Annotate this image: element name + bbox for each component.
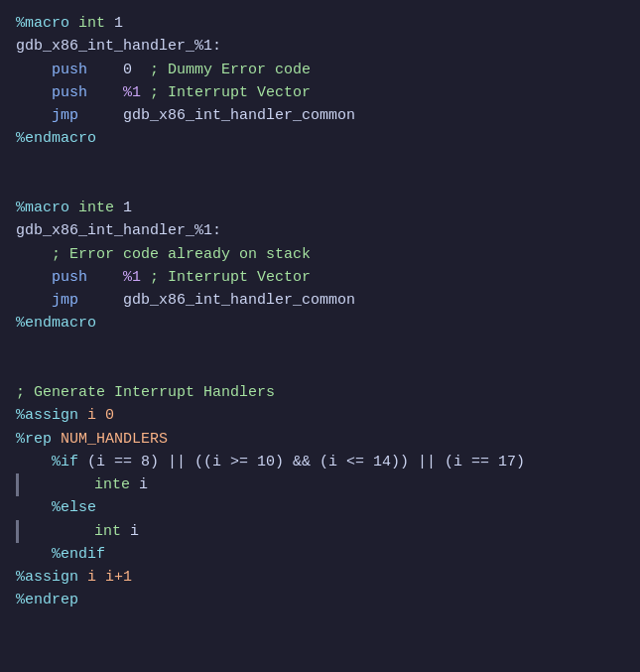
line-content: int i [23,520,139,543]
code-line: push %1 ; Interrupt Vector [16,266,624,289]
line-content: gdb_x86_int_handler_%1: [16,219,221,242]
code-line: %else [16,496,624,519]
code-line: int i [16,520,624,543]
code-line [16,358,624,381]
code-line: gdb_x86_int_handler_%1: [16,219,624,242]
line-content: %endrep [16,589,78,611]
code-editor: %macro int 1gdb_x86_int_handler_%1: push… [16,12,624,612]
line-content: %endmacro [16,312,96,335]
code-line: %if (i == 8) || ((i >= 10) && (i <= 14))… [16,451,624,473]
code-line: %macro inte 1 [16,197,624,219]
code-line: %rep NUM_HANDLERS [16,428,624,451]
line-content: %assign i 0 [16,404,114,427]
code-line: ; Error code already on stack [16,243,624,266]
line-content: push %1 ; Interrupt Vector [16,266,311,289]
line-content: gdb_x86_int_handler_%1: [16,35,221,58]
indent-bar [16,520,19,543]
line-content: jmp gdb_x86_int_handler_common [16,289,355,312]
line-content: %endif [16,543,105,566]
line-content: push 0 ; Dummy Error code [16,59,311,81]
code-line: %endif [16,543,624,566]
line-content: %macro inte 1 [16,197,132,219]
code-line: gdb_x86_int_handler_%1: [16,35,624,58]
line-content: inte i [23,473,148,496]
code-line: %endrep [16,589,624,611]
code-line: %assign i i+1 [16,566,624,589]
line-content: %assign i i+1 [16,566,132,589]
line-content: jmp gdb_x86_int_handler_common [16,104,355,127]
line-content: %macro int 1 [16,12,123,35]
code-line: %macro int 1 [16,12,624,35]
line-content: %else [16,496,96,519]
line-content: %if (i == 8) || ((i >= 10) && (i <= 14))… [16,451,525,473]
code-line: ; Generate Interrupt Handlers [16,381,624,404]
code-line [16,151,624,174]
code-line [16,174,624,197]
code-line: inte i [16,473,624,496]
code-line: %assign i 0 [16,404,624,427]
line-content: %endmacro [16,127,96,150]
code-line: push %1 ; Interrupt Vector [16,81,624,104]
code-line: push 0 ; Dummy Error code [16,59,624,81]
line-content: ; Error code already on stack [16,243,311,266]
line-content: push %1 ; Interrupt Vector [16,81,311,104]
code-line: jmp gdb_x86_int_handler_common [16,104,624,127]
line-content: ; Generate Interrupt Handlers [16,381,275,404]
code-line: jmp gdb_x86_int_handler_common [16,289,624,312]
line-content: %rep NUM_HANDLERS [16,428,168,451]
code-line: %endmacro [16,127,624,150]
code-line [16,336,624,358]
indent-bar [16,473,19,496]
code-line: %endmacro [16,312,624,335]
